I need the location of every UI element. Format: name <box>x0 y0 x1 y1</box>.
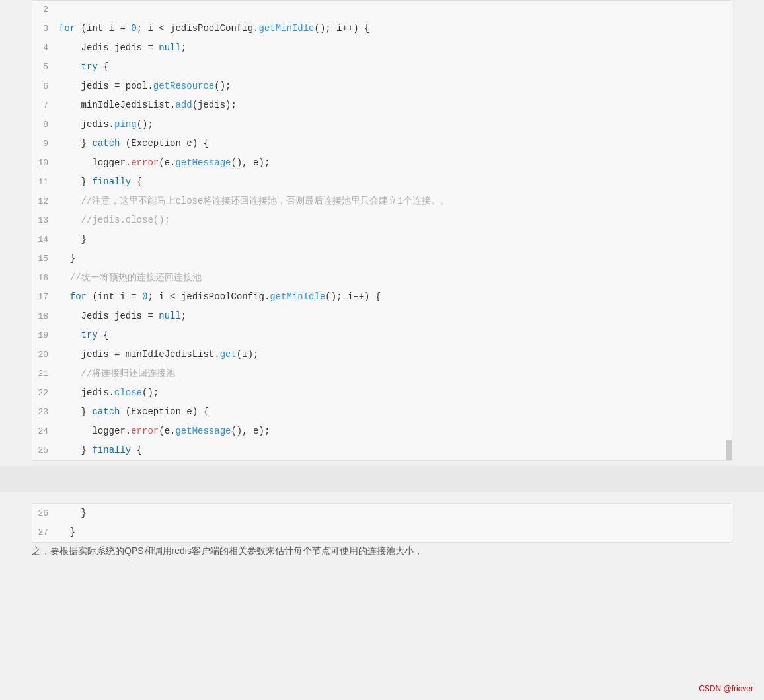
line-content: try { <box>59 327 732 343</box>
line-number: 16 <box>32 270 59 286</box>
bottom-note: 之，要根据实际系统的QPS和调用redis客户端的相关参数来估计每个节点可使用的… <box>32 545 732 557</box>
code-line: 24 logger.error(e.getMessage(), e); <box>32 422 732 441</box>
line-content: minIdleJedisList.add(jedis); <box>59 97 732 113</box>
line-content: jedis = pool.getResource(); <box>59 78 732 94</box>
code-line: 25 } finally { <box>32 441 732 460</box>
line-content: jedis.close(); <box>59 385 732 401</box>
code-line: 23 } catch (Exception e) { <box>32 403 732 422</box>
line-content: } <box>59 505 732 521</box>
line-number: 21 <box>32 366 59 382</box>
line-number: 22 <box>32 385 59 401</box>
code-line: 18 Jedis jedis = null; <box>32 307 732 326</box>
code-line: 9 } catch (Exception e) { <box>32 134 732 153</box>
code-block-bottom: 26 }27 } <box>32 503 732 543</box>
line-content: } <box>59 251 732 266</box>
line-content: } catch (Exception e) { <box>59 404 732 420</box>
line-content: Jedis jedis = null; <box>59 308 732 324</box>
scroll-indicator[interactable] <box>726 440 732 460</box>
line-number: 14 <box>32 232 59 248</box>
line-number: 8 <box>32 117 59 133</box>
line-content: logger.error(e.getMessage(), e); <box>59 155 732 171</box>
line-number: 4 <box>32 40 59 56</box>
code-line: 20 jedis = minIdleJedisList.get(i); <box>32 345 732 364</box>
line-content: } finally { <box>59 442 732 458</box>
line-content: } <box>59 231 732 247</box>
code-line: 12 //注意，这里不能马上close将连接还回连接池，否则最后连接池里只会建立… <box>32 192 732 211</box>
code-line: 21 //将连接归还回连接池 <box>32 364 732 383</box>
line-content: try { <box>59 59 732 75</box>
line-content: //将连接归还回连接池 <box>59 366 732 381</box>
code-line: 27 } <box>32 523 732 542</box>
line-number: 2 <box>32 2 59 18</box>
line-number: 15 <box>32 251 59 267</box>
line-number: 19 <box>32 328 59 344</box>
code-line: 13 //jedis.close(); <box>32 211 732 230</box>
separator <box>0 466 764 492</box>
line-number: 26 <box>32 506 59 522</box>
code-line: 2 <box>32 1 732 19</box>
code-line: 8 jedis.ping(); <box>32 115 732 134</box>
line-number: 9 <box>32 136 59 152</box>
code-line: 5 try { <box>32 58 732 77</box>
line-content: } <box>59 524 732 540</box>
line-number: 7 <box>32 98 59 114</box>
code-block-top: 23for (int i = 0; i < jedisPoolConfig.ge… <box>32 0 732 461</box>
line-content: logger.error(e.getMessage(), e); <box>59 423 732 439</box>
code-line: 19 try { <box>32 326 732 345</box>
line-number: 27 <box>32 525 59 541</box>
line-content: for (int i = 0; i < jedisPoolConfig.getM… <box>59 289 732 305</box>
csdn-watermark: CSDN @friover <box>699 684 753 693</box>
code-line: 22 jedis.close(); <box>32 383 732 403</box>
line-number: 13 <box>32 213 59 229</box>
code-line: 6 jedis = pool.getResource(); <box>32 77 732 96</box>
line-number: 24 <box>32 424 59 440</box>
code-line: 16 //统一将预热的连接还回连接池 <box>32 268 732 288</box>
code-line: 3for (int i = 0; i < jedisPoolConfig.get… <box>32 19 732 38</box>
code-line: 26 } <box>32 504 732 523</box>
line-number: 17 <box>32 290 59 305</box>
line-content: //注意，这里不能马上close将连接还回连接池，否则最后连接池里只会建立1个连… <box>59 193 732 209</box>
line-content: Jedis jedis = null; <box>59 40 732 56</box>
line-number: 3 <box>32 21 59 37</box>
code-line: 17 for (int i = 0; i < jedisPoolConfig.g… <box>32 288 732 307</box>
line-number: 23 <box>32 405 59 420</box>
line-number: 25 <box>32 443 59 459</box>
line-number: 10 <box>32 155 59 171</box>
line-number: 6 <box>32 79 59 95</box>
line-number: 11 <box>32 175 59 190</box>
line-content: //jedis.close(); <box>59 212 732 228</box>
code-line: 10 logger.error(e.getMessage(), e); <box>32 153 732 173</box>
code-line: 7 minIdleJedisList.add(jedis); <box>32 96 732 115</box>
line-number: 18 <box>32 309 59 325</box>
line-content: } catch (Exception e) { <box>59 136 732 151</box>
page-wrapper: 23for (int i = 0; i < jedisPoolConfig.ge… <box>0 0 764 700</box>
line-number: 20 <box>32 347 59 363</box>
line-content: //统一将预热的连接还回连接池 <box>59 270 732 286</box>
code-line: 11 } finally { <box>32 173 732 192</box>
line-content: for (int i = 0; i < jedisPoolConfig.getM… <box>59 20 732 36</box>
code-line: 15 } <box>32 249 732 268</box>
line-content: jedis = minIdleJedisList.get(i); <box>59 346 732 362</box>
line-number: 5 <box>32 59 59 75</box>
line-content: jedis.ping(); <box>59 116 732 132</box>
line-content: } finally { <box>59 174 732 190</box>
code-line: 14 } <box>32 230 732 249</box>
code-line: 4 Jedis jedis = null; <box>32 38 732 58</box>
line-number: 12 <box>32 194 59 210</box>
